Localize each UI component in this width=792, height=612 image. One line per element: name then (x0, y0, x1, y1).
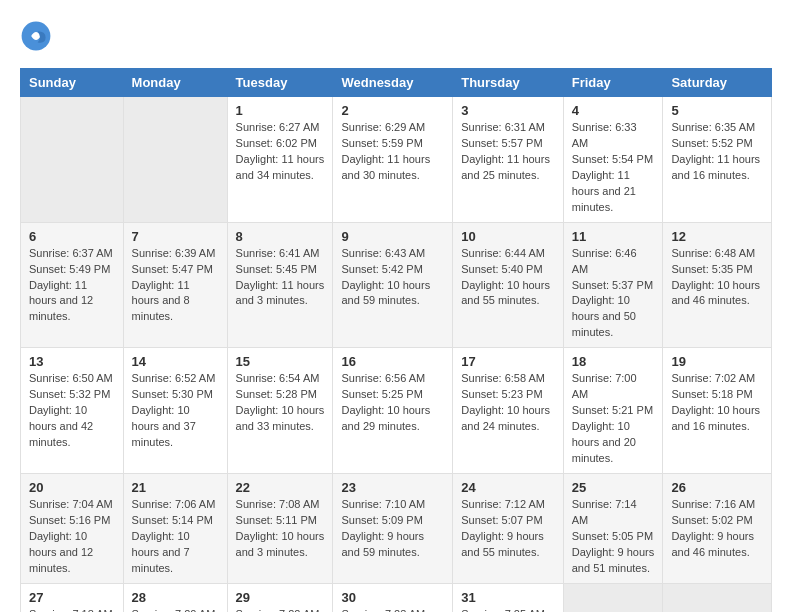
col-header-sunday: Sunday (21, 69, 124, 97)
day-info: Sunrise: 6:41 AMSunset: 5:45 PMDaylight:… (236, 246, 325, 310)
calendar-cell: 10 Sunrise: 6:44 AMSunset: 5:40 PMDaylig… (453, 222, 563, 348)
calendar-cell: 30 Sunrise: 7:23 AMSunset: 4:54 PMDaylig… (333, 583, 453, 612)
day-info: Sunrise: 7:16 AMSunset: 5:02 PMDaylight:… (671, 497, 763, 561)
day-info: Sunrise: 6:56 AMSunset: 5:25 PMDaylight:… (341, 371, 444, 435)
day-number: 15 (236, 354, 325, 369)
day-info: Sunrise: 7:00 AMSunset: 5:21 PMDaylight:… (572, 371, 655, 467)
calendar-cell: 17 Sunrise: 6:58 AMSunset: 5:23 PMDaylig… (453, 348, 563, 474)
calendar-cell: 25 Sunrise: 7:14 AMSunset: 5:05 PMDaylig… (563, 473, 663, 583)
day-number: 8 (236, 229, 325, 244)
calendar-cell: 15 Sunrise: 6:54 AMSunset: 5:28 PMDaylig… (227, 348, 333, 474)
week-row-3: 13 Sunrise: 6:50 AMSunset: 5:32 PMDaylig… (21, 348, 772, 474)
day-number: 16 (341, 354, 444, 369)
calendar-cell: 8 Sunrise: 6:41 AMSunset: 5:45 PMDayligh… (227, 222, 333, 348)
calendar-cell: 2 Sunrise: 6:29 AMSunset: 5:59 PMDayligh… (333, 97, 453, 223)
day-info: Sunrise: 6:50 AMSunset: 5:32 PMDaylight:… (29, 371, 115, 451)
day-info: Sunrise: 7:02 AMSunset: 5:18 PMDaylight:… (671, 371, 763, 435)
day-info: Sunrise: 7:10 AMSunset: 5:09 PMDaylight:… (341, 497, 444, 561)
day-info: Sunrise: 6:31 AMSunset: 5:57 PMDaylight:… (461, 120, 554, 184)
calendar-cell (563, 583, 663, 612)
calendar-cell: 29 Sunrise: 7:22 AMSunset: 4:56 PMDaylig… (227, 583, 333, 612)
day-info: Sunrise: 6:39 AMSunset: 5:47 PMDaylight:… (132, 246, 219, 326)
day-info: Sunrise: 6:35 AMSunset: 5:52 PMDaylight:… (671, 120, 763, 184)
day-number: 4 (572, 103, 655, 118)
day-number: 26 (671, 480, 763, 495)
day-number: 28 (132, 590, 219, 605)
day-number: 14 (132, 354, 219, 369)
page-header (20, 20, 772, 52)
day-info: Sunrise: 6:52 AMSunset: 5:30 PMDaylight:… (132, 371, 219, 451)
day-number: 22 (236, 480, 325, 495)
calendar-cell (21, 97, 124, 223)
week-row-5: 27 Sunrise: 7:18 AMSunset: 5:00 PMDaylig… (21, 583, 772, 612)
day-info: Sunrise: 6:44 AMSunset: 5:40 PMDaylight:… (461, 246, 554, 310)
calendar-cell: 21 Sunrise: 7:06 AMSunset: 5:14 PMDaylig… (123, 473, 227, 583)
calendar-cell: 23 Sunrise: 7:10 AMSunset: 5:09 PMDaylig… (333, 473, 453, 583)
logo-icon (20, 20, 52, 52)
col-header-wednesday: Wednesday (333, 69, 453, 97)
calendar-cell: 6 Sunrise: 6:37 AMSunset: 5:49 PMDayligh… (21, 222, 124, 348)
day-number: 17 (461, 354, 554, 369)
col-header-thursday: Thursday (453, 69, 563, 97)
day-info: Sunrise: 7:22 AMSunset: 4:56 PMDaylight:… (236, 607, 325, 612)
day-number: 7 (132, 229, 219, 244)
day-number: 12 (671, 229, 763, 244)
calendar-cell: 5 Sunrise: 6:35 AMSunset: 5:52 PMDayligh… (663, 97, 772, 223)
day-info: Sunrise: 7:06 AMSunset: 5:14 PMDaylight:… (132, 497, 219, 577)
day-number: 1 (236, 103, 325, 118)
day-number: 2 (341, 103, 444, 118)
week-row-2: 6 Sunrise: 6:37 AMSunset: 5:49 PMDayligh… (21, 222, 772, 348)
day-number: 31 (461, 590, 554, 605)
day-number: 18 (572, 354, 655, 369)
day-info: Sunrise: 6:54 AMSunset: 5:28 PMDaylight:… (236, 371, 325, 435)
day-info: Sunrise: 7:14 AMSunset: 5:05 PMDaylight:… (572, 497, 655, 577)
logo (20, 20, 56, 52)
day-info: Sunrise: 6:37 AMSunset: 5:49 PMDaylight:… (29, 246, 115, 326)
week-row-1: 1 Sunrise: 6:27 AMSunset: 6:02 PMDayligh… (21, 97, 772, 223)
col-header-saturday: Saturday (663, 69, 772, 97)
day-info: Sunrise: 7:25 AMSunset: 4:52 PMDaylight:… (461, 607, 554, 612)
calendar-cell: 13 Sunrise: 6:50 AMSunset: 5:32 PMDaylig… (21, 348, 124, 474)
calendar-cell: 28 Sunrise: 7:20 AMSunset: 4:58 PMDaylig… (123, 583, 227, 612)
col-header-friday: Friday (563, 69, 663, 97)
calendar-cell: 1 Sunrise: 6:27 AMSunset: 6:02 PMDayligh… (227, 97, 333, 223)
day-info: Sunrise: 6:33 AMSunset: 5:54 PMDaylight:… (572, 120, 655, 216)
day-number: 25 (572, 480, 655, 495)
day-number: 5 (671, 103, 763, 118)
calendar-cell: 31 Sunrise: 7:25 AMSunset: 4:52 PMDaylig… (453, 583, 563, 612)
day-number: 3 (461, 103, 554, 118)
day-info: Sunrise: 6:48 AMSunset: 5:35 PMDaylight:… (671, 246, 763, 310)
day-info: Sunrise: 6:43 AMSunset: 5:42 PMDaylight:… (341, 246, 444, 310)
day-info: Sunrise: 7:18 AMSunset: 5:00 PMDaylight:… (29, 607, 115, 612)
day-number: 10 (461, 229, 554, 244)
day-info: Sunrise: 7:08 AMSunset: 5:11 PMDaylight:… (236, 497, 325, 561)
calendar-cell: 14 Sunrise: 6:52 AMSunset: 5:30 PMDaylig… (123, 348, 227, 474)
day-number: 30 (341, 590, 444, 605)
day-number: 24 (461, 480, 554, 495)
calendar-table: SundayMondayTuesdayWednesdayThursdayFrid… (20, 68, 772, 612)
calendar-cell: 7 Sunrise: 6:39 AMSunset: 5:47 PMDayligh… (123, 222, 227, 348)
week-row-4: 20 Sunrise: 7:04 AMSunset: 5:16 PMDaylig… (21, 473, 772, 583)
calendar-cell: 4 Sunrise: 6:33 AMSunset: 5:54 PMDayligh… (563, 97, 663, 223)
calendar-cell (123, 97, 227, 223)
calendar-cell: 26 Sunrise: 7:16 AMSunset: 5:02 PMDaylig… (663, 473, 772, 583)
col-header-monday: Monday (123, 69, 227, 97)
calendar-cell: 22 Sunrise: 7:08 AMSunset: 5:11 PMDaylig… (227, 473, 333, 583)
calendar-cell: 18 Sunrise: 7:00 AMSunset: 5:21 PMDaylig… (563, 348, 663, 474)
calendar-cell: 27 Sunrise: 7:18 AMSunset: 5:00 PMDaylig… (21, 583, 124, 612)
calendar-cell: 11 Sunrise: 6:46 AMSunset: 5:37 PMDaylig… (563, 222, 663, 348)
day-number: 29 (236, 590, 325, 605)
day-info: Sunrise: 7:12 AMSunset: 5:07 PMDaylight:… (461, 497, 554, 561)
calendar-cell: 16 Sunrise: 6:56 AMSunset: 5:25 PMDaylig… (333, 348, 453, 474)
day-info: Sunrise: 6:58 AMSunset: 5:23 PMDaylight:… (461, 371, 554, 435)
calendar-cell (663, 583, 772, 612)
day-number: 13 (29, 354, 115, 369)
calendar-cell: 20 Sunrise: 7:04 AMSunset: 5:16 PMDaylig… (21, 473, 124, 583)
calendar-cell: 19 Sunrise: 7:02 AMSunset: 5:18 PMDaylig… (663, 348, 772, 474)
day-number: 9 (341, 229, 444, 244)
day-number: 6 (29, 229, 115, 244)
day-number: 27 (29, 590, 115, 605)
day-number: 19 (671, 354, 763, 369)
calendar-cell: 9 Sunrise: 6:43 AMSunset: 5:42 PMDayligh… (333, 222, 453, 348)
day-info: Sunrise: 7:23 AMSunset: 4:54 PMDaylight:… (341, 607, 444, 612)
